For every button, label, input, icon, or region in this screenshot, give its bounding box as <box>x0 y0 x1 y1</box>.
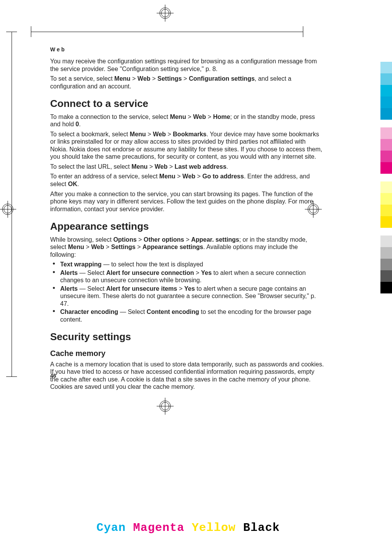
connect-p5: After you make a connection to the servi… <box>50 190 324 213</box>
intro-2: To set a service, select Menu > Web > Se… <box>50 75 324 90</box>
heading-security: Security settings <box>50 331 324 343</box>
registration-mark-left <box>0 201 16 218</box>
registration-mark-top <box>157 5 174 22</box>
crop-mark-top <box>31 32 303 32</box>
connect-p4: To enter an address of a service, select… <box>50 173 324 188</box>
list-item: Character encoding — Select Content enco… <box>50 308 324 323</box>
connect-p3: To select the last URL, select Menu > We… <box>50 163 324 171</box>
list-item: Alerts — Select Alert for unsecure items… <box>50 285 324 308</box>
list-item: Alerts — Select Alert for unsecure conne… <box>50 269 324 284</box>
connect-p1: To make a connection to the service, sel… <box>50 113 324 128</box>
heading-appearance: Appearance settings <box>50 220 324 233</box>
intro-1: You may receive the configuration settin… <box>50 58 324 73</box>
page-header: Web <box>50 46 324 53</box>
color-bars <box>380 62 392 293</box>
subheading-cache: Cache memory <box>50 349 324 358</box>
cmyk-label: Cyan Magenta Yellow Black <box>96 521 280 534</box>
page-content: Web You may receive the configuration se… <box>50 46 324 393</box>
heading-connect: Connect to a service <box>50 98 324 110</box>
appearance-list: Text wrapping — to select how the text i… <box>50 261 324 323</box>
page-number: 46 <box>50 373 56 379</box>
registration-mark-bottom <box>157 398 174 415</box>
cache-p1: A cache is a memory location that is use… <box>50 361 324 391</box>
connect-p2: To select a bookmark, select Menu > Web … <box>50 131 324 161</box>
appearance-intro: While browsing, select Options > Other o… <box>50 236 324 259</box>
list-item: Text wrapping — to select how the text i… <box>50 261 324 268</box>
